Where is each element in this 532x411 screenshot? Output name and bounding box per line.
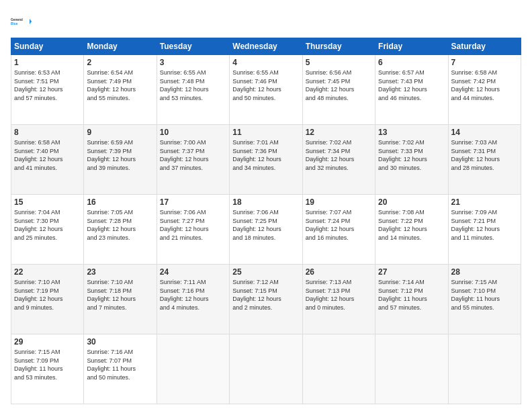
- svg-text:Blue: Blue: [11, 22, 18, 26]
- day-info: Sunrise: 7:10 AM Sunset: 7:18 PM Dayligh…: [87, 278, 153, 312]
- calendar-cell: 3Sunrise: 6:55 AM Sunset: 7:48 PM Daylig…: [157, 55, 229, 125]
- day-info: Sunrise: 7:12 AM Sunset: 7:15 PM Dayligh…: [232, 278, 299, 312]
- day-number: 7: [451, 58, 518, 67]
- weekday-header-saturday: Saturday: [448, 38, 521, 55]
- day-number: 24: [160, 267, 226, 277]
- day-number: 30: [87, 337, 153, 347]
- day-number: 4: [232, 58, 299, 67]
- calendar-cell: 13Sunrise: 7:02 AM Sunset: 7:33 PM Dayli…: [375, 125, 448, 195]
- day-info: Sunrise: 7:09 AM Sunset: 7:21 PM Dayligh…: [451, 208, 518, 242]
- day-number: 19: [306, 197, 372, 207]
- day-number: 14: [451, 128, 518, 137]
- day-info: Sunrise: 6:56 AM Sunset: 7:45 PM Dayligh…: [306, 68, 372, 102]
- calendar-cell: 8Sunrise: 6:58 AM Sunset: 7:40 PM Daylig…: [11, 125, 84, 195]
- day-info: Sunrise: 7:08 AM Sunset: 7:22 PM Dayligh…: [378, 208, 445, 242]
- day-info: Sunrise: 7:10 AM Sunset: 7:19 PM Dayligh…: [14, 278, 81, 312]
- day-number: 2: [87, 58, 153, 67]
- calendar-cell: 18Sunrise: 7:06 AM Sunset: 7:25 PM Dayli…: [230, 195, 302, 265]
- calendar-cell: [157, 334, 229, 404]
- calendar-cell: 6Sunrise: 6:57 AM Sunset: 7:43 PM Daylig…: [375, 55, 448, 125]
- day-info: Sunrise: 6:53 AM Sunset: 7:51 PM Dayligh…: [14, 68, 81, 102]
- day-number: 18: [232, 197, 299, 207]
- logo-icon: General Blue: [11, 11, 32, 32]
- day-number: 22: [14, 267, 81, 277]
- day-info: Sunrise: 7:06 AM Sunset: 7:27 PM Dayligh…: [160, 208, 226, 242]
- calendar-cell: 22Sunrise: 7:10 AM Sunset: 7:19 PM Dayli…: [11, 265, 84, 334]
- weekday-header-tuesday: Tuesday: [157, 38, 229, 55]
- svg-marker-2: [30, 19, 32, 24]
- calendar-cell: 28Sunrise: 7:15 AM Sunset: 7:10 PM Dayli…: [448, 265, 521, 334]
- calendar-cell: 17Sunrise: 7:06 AM Sunset: 7:27 PM Dayli…: [157, 195, 229, 265]
- day-number: 26: [306, 267, 372, 277]
- day-number: 12: [306, 128, 372, 137]
- day-number: 16: [87, 197, 153, 207]
- day-number: 20: [378, 197, 445, 207]
- calendar-cell: 2Sunrise: 6:54 AM Sunset: 7:49 PM Daylig…: [84, 55, 157, 125]
- day-number: 29: [14, 337, 81, 347]
- calendar-cell: 25Sunrise: 7:12 AM Sunset: 7:15 PM Dayli…: [230, 265, 302, 334]
- calendar-cell: 9Sunrise: 6:59 AM Sunset: 7:39 PM Daylig…: [84, 125, 157, 195]
- day-number: 11: [232, 128, 299, 137]
- day-info: Sunrise: 7:01 AM Sunset: 7:36 PM Dayligh…: [232, 138, 299, 172]
- day-info: Sunrise: 7:05 AM Sunset: 7:28 PM Dayligh…: [87, 208, 153, 242]
- header: General Blue: [11, 11, 521, 32]
- day-number: 15: [14, 197, 81, 207]
- day-info: Sunrise: 7:13 AM Sunset: 7:13 PM Dayligh…: [306, 278, 372, 312]
- day-info: Sunrise: 7:02 AM Sunset: 7:33 PM Dayligh…: [378, 138, 445, 172]
- calendar-cell: 26Sunrise: 7:13 AM Sunset: 7:13 PM Dayli…: [302, 265, 375, 334]
- calendar-cell: 29Sunrise: 7:15 AM Sunset: 7:09 PM Dayli…: [11, 334, 84, 404]
- day-info: Sunrise: 6:57 AM Sunset: 7:43 PM Dayligh…: [378, 68, 445, 102]
- calendar-cell: [230, 334, 302, 404]
- calendar-cell: 27Sunrise: 7:14 AM Sunset: 7:12 PM Dayli…: [375, 265, 448, 334]
- calendar-cell: 23Sunrise: 7:10 AM Sunset: 7:18 PM Dayli…: [84, 265, 157, 334]
- day-info: Sunrise: 7:00 AM Sunset: 7:37 PM Dayligh…: [160, 138, 226, 172]
- day-info: Sunrise: 7:11 AM Sunset: 7:16 PM Dayligh…: [160, 278, 226, 312]
- day-info: Sunrise: 6:54 AM Sunset: 7:49 PM Dayligh…: [87, 68, 153, 102]
- day-number: 10: [160, 128, 226, 137]
- day-info: Sunrise: 7:03 AM Sunset: 7:31 PM Dayligh…: [451, 138, 518, 172]
- weekday-header-thursday: Thursday: [302, 38, 375, 55]
- day-number: 8: [14, 128, 81, 137]
- calendar-cell: 19Sunrise: 7:07 AM Sunset: 7:24 PM Dayli…: [302, 195, 375, 265]
- day-info: Sunrise: 6:58 AM Sunset: 7:42 PM Dayligh…: [451, 68, 518, 102]
- day-number: 28: [451, 267, 518, 277]
- calendar-cell: 24Sunrise: 7:11 AM Sunset: 7:16 PM Dayli…: [157, 265, 229, 334]
- weekday-header-friday: Friday: [375, 38, 448, 55]
- calendar-cell: 21Sunrise: 7:09 AM Sunset: 7:21 PM Dayli…: [448, 195, 521, 265]
- day-number: 6: [378, 58, 445, 67]
- logo: General Blue: [11, 11, 32, 32]
- calendar-cell: 30Sunrise: 7:16 AM Sunset: 7:07 PM Dayli…: [84, 334, 157, 404]
- calendar-cell: 14Sunrise: 7:03 AM Sunset: 7:31 PM Dayli…: [448, 125, 521, 195]
- calendar-cell: [302, 334, 375, 404]
- calendar-cell: 12Sunrise: 7:02 AM Sunset: 7:34 PM Dayli…: [302, 125, 375, 195]
- day-info: Sunrise: 7:16 AM Sunset: 7:07 PM Dayligh…: [87, 348, 153, 381]
- day-info: Sunrise: 7:14 AM Sunset: 7:12 PM Dayligh…: [378, 278, 445, 312]
- calendar-cell: 5Sunrise: 6:56 AM Sunset: 7:45 PM Daylig…: [302, 55, 375, 125]
- calendar-cell: 15Sunrise: 7:04 AM Sunset: 7:30 PM Dayli…: [11, 195, 84, 265]
- day-info: Sunrise: 6:58 AM Sunset: 7:40 PM Dayligh…: [14, 138, 81, 172]
- day-info: Sunrise: 7:15 AM Sunset: 7:09 PM Dayligh…: [14, 348, 81, 381]
- calendar-cell: 10Sunrise: 7:00 AM Sunset: 7:37 PM Dayli…: [157, 125, 229, 195]
- calendar-cell: [375, 334, 448, 404]
- calendar-cell: 20Sunrise: 7:08 AM Sunset: 7:22 PM Dayli…: [375, 195, 448, 265]
- calendar-cell: 1Sunrise: 6:53 AM Sunset: 7:51 PM Daylig…: [11, 55, 84, 125]
- day-info: Sunrise: 6:55 AM Sunset: 7:46 PM Dayligh…: [232, 68, 299, 102]
- day-info: Sunrise: 6:55 AM Sunset: 7:48 PM Dayligh…: [160, 68, 226, 102]
- calendar-cell: 4Sunrise: 6:55 AM Sunset: 7:46 PM Daylig…: [230, 55, 302, 125]
- day-info: Sunrise: 7:07 AM Sunset: 7:24 PM Dayligh…: [306, 208, 372, 242]
- day-info: Sunrise: 7:06 AM Sunset: 7:25 PM Dayligh…: [232, 208, 299, 242]
- day-info: Sunrise: 7:15 AM Sunset: 7:10 PM Dayligh…: [451, 278, 518, 312]
- weekday-header-sunday: Sunday: [11, 38, 84, 55]
- calendar-cell: 16Sunrise: 7:05 AM Sunset: 7:28 PM Dayli…: [84, 195, 157, 265]
- day-number: 21: [451, 197, 518, 207]
- day-info: Sunrise: 7:02 AM Sunset: 7:34 PM Dayligh…: [306, 138, 372, 172]
- day-number: 3: [160, 58, 226, 67]
- svg-text:General: General: [11, 18, 23, 21]
- day-number: 5: [306, 58, 372, 67]
- weekday-header-wednesday: Wednesday: [230, 38, 302, 55]
- calendar-cell: 7Sunrise: 6:58 AM Sunset: 7:42 PM Daylig…: [448, 55, 521, 125]
- day-number: 13: [378, 128, 445, 137]
- day-number: 27: [378, 267, 445, 277]
- day-info: Sunrise: 7:04 AM Sunset: 7:30 PM Dayligh…: [14, 208, 81, 242]
- calendar-table: SundayMondayTuesdayWednesdayThursdayFrid…: [11, 38, 521, 404]
